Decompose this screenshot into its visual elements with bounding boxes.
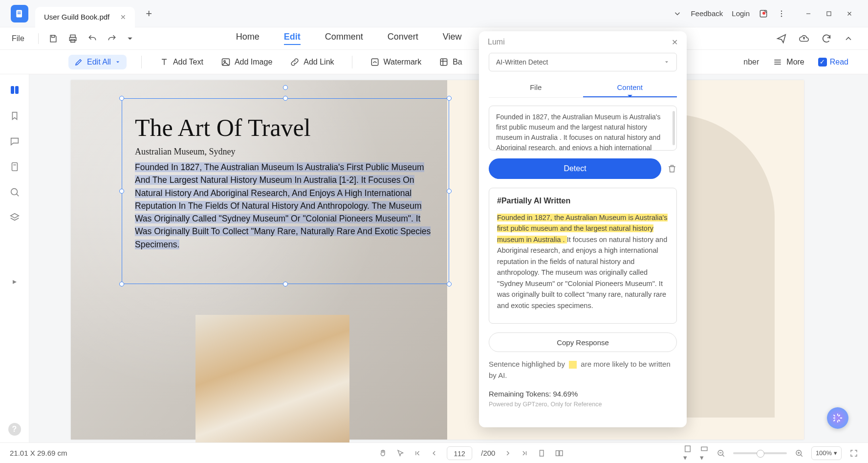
resize-handle[interactable]	[447, 96, 452, 101]
background-button[interactable]: Ba	[436, 55, 465, 69]
undo-icon[interactable]	[87, 34, 97, 44]
svg-rect-21	[560, 450, 563, 456]
two-page-icon[interactable]	[555, 449, 564, 458]
svg-point-12	[224, 60, 225, 62]
read-mode-toggle[interactable]: ✓ Read	[818, 58, 848, 66]
fit-width-icon[interactable]: ▾	[700, 444, 709, 462]
clear-icon[interactable]	[667, 164, 677, 174]
lumi-input-text[interactable]: Founded in 1827, the Australian Museum i…	[489, 106, 677, 151]
svg-rect-13	[371, 59, 378, 65]
document-title[interactable]: The Art Of Travel	[122, 99, 449, 146]
menu-view[interactable]: View	[443, 32, 462, 45]
current-page-input[interactable]: 112	[447, 446, 472, 460]
save-icon[interactable]	[48, 34, 58, 44]
resize-handle[interactable]	[119, 282, 124, 287]
checkbox-checked-icon: ✓	[818, 58, 827, 66]
close-window-button[interactable]	[841, 5, 858, 22]
hand-tool-icon[interactable]	[378, 449, 387, 458]
edit-all-button[interactable]: Edit All	[68, 55, 127, 69]
close-tab-icon[interactable]: ✕	[120, 13, 126, 21]
left-sidebar: ▸ ?	[0, 74, 29, 442]
more-button[interactable]: More	[770, 55, 807, 69]
add-text-button[interactable]: Add Text	[156, 55, 206, 69]
text-selection-box[interactable]: The Art Of Travel Australian Museum, Syd…	[122, 98, 449, 284]
help-button[interactable]: ?	[8, 423, 21, 436]
resize-handle[interactable]	[119, 96, 124, 101]
remaining-tokens: Remaining Tokens: 94.69%	[489, 390, 677, 398]
menu-edit[interactable]: Edit	[284, 32, 301, 45]
edit-all-label: Edit All	[87, 58, 111, 66]
comment-icon[interactable]	[9, 136, 20, 147]
first-page-icon[interactable]	[413, 449, 421, 457]
search-icon[interactable]	[9, 187, 20, 198]
redo-icon[interactable]	[107, 34, 117, 44]
prev-page-icon[interactable]	[430, 449, 438, 457]
resize-handle[interactable]	[447, 282, 452, 287]
add-image-button[interactable]: Add Image	[218, 55, 275, 69]
zoom-value: 100%	[816, 449, 832, 457]
note-a: Sentence highlighed by	[489, 360, 565, 368]
close-lumi-icon[interactable]: ✕	[672, 38, 678, 47]
page-number-label-partial: nber	[743, 58, 759, 66]
link-icon	[290, 57, 300, 67]
document-tab[interactable]: User Guild Book.pdf ✕	[35, 7, 135, 27]
pdf-app-icon	[15, 9, 24, 19]
zoom-out-icon[interactable]	[716, 449, 725, 458]
fullscreen-icon[interactable]	[849, 449, 858, 458]
add-text-label: Add Text	[173, 58, 203, 66]
zoom-slider[interactable]	[733, 452, 787, 454]
copy-response-button[interactable]: Copy Response	[489, 332, 677, 352]
thumbnails-icon[interactable]	[9, 84, 21, 96]
add-image-label: Add Image	[235, 58, 272, 66]
file-menu[interactable]: File	[5, 34, 31, 43]
svg-rect-17	[12, 163, 17, 171]
single-page-icon[interactable]	[537, 449, 546, 458]
ai-assistant-fab[interactable]	[827, 407, 848, 429]
background-label: Ba	[453, 58, 462, 66]
expand-sidebar-icon[interactable]: ▸	[13, 277, 17, 286]
resize-handle[interactable]	[447, 189, 452, 194]
app-logo[interactable]	[11, 5, 28, 22]
detect-button[interactable]: Detect	[489, 158, 661, 179]
login-link[interactable]: Login	[732, 9, 750, 18]
next-page-icon[interactable]	[504, 449, 512, 457]
fit-page-icon[interactable]: ▾	[683, 444, 692, 462]
menu-home[interactable]: Home	[236, 32, 260, 45]
feedback-link[interactable]: Feedback	[691, 9, 723, 18]
menu-comment[interactable]: Comment	[325, 32, 363, 45]
lumi-tab-file[interactable]: File	[489, 78, 583, 97]
cloud-upload-icon[interactable]	[799, 33, 809, 44]
rotate-handle[interactable]	[283, 85, 288, 90]
lumi-mode-dropdown[interactable]: AI-Written Detect	[489, 53, 677, 71]
bookmark-icon[interactable]	[9, 110, 20, 121]
quick-access-dropdown-icon[interactable]	[127, 35, 133, 42]
zoom-in-icon[interactable]	[795, 449, 803, 458]
sync-icon[interactable]	[821, 33, 832, 44]
collapse-ribbon-icon[interactable]	[844, 34, 853, 44]
watermark-button[interactable]: Watermark	[367, 55, 425, 69]
new-tab-button[interactable]: +	[146, 7, 152, 20]
document-canvas[interactable]: The Art Of Travel Australian Museum, Syd…	[29, 74, 868, 442]
attachment-icon[interactable]	[9, 161, 20, 172]
add-link-button[interactable]: Add Link	[287, 55, 337, 69]
minimize-button[interactable]	[800, 5, 817, 22]
chevron-down-icon[interactable]	[673, 9, 682, 18]
layers-icon[interactable]	[9, 212, 20, 223]
kebab-menu-icon[interactable]	[777, 9, 786, 18]
notification-icon[interactable]	[759, 9, 768, 19]
menu-convert[interactable]: Convert	[388, 32, 418, 45]
document-body[interactable]: Founded In 1827, The Australian Museum I…	[122, 161, 449, 251]
resize-handle[interactable]	[283, 282, 288, 287]
page-dimensions: 21.01 X 29.69 cm	[10, 449, 67, 457]
print-icon[interactable]	[68, 34, 78, 44]
resize-handle[interactable]	[283, 96, 288, 101]
maximize-button[interactable]	[820, 5, 838, 22]
document-subtitle[interactable]: Australian Museum, Sydney	[122, 146, 449, 161]
select-tool-icon[interactable]	[396, 449, 405, 458]
lumi-title: Lumi	[488, 38, 505, 46]
lumi-tab-content[interactable]: Content	[583, 78, 677, 97]
resize-handle[interactable]	[119, 189, 124, 194]
share-icon[interactable]	[776, 33, 787, 44]
last-page-icon[interactable]	[521, 449, 528, 457]
zoom-level[interactable]: 100%▾	[811, 446, 842, 460]
